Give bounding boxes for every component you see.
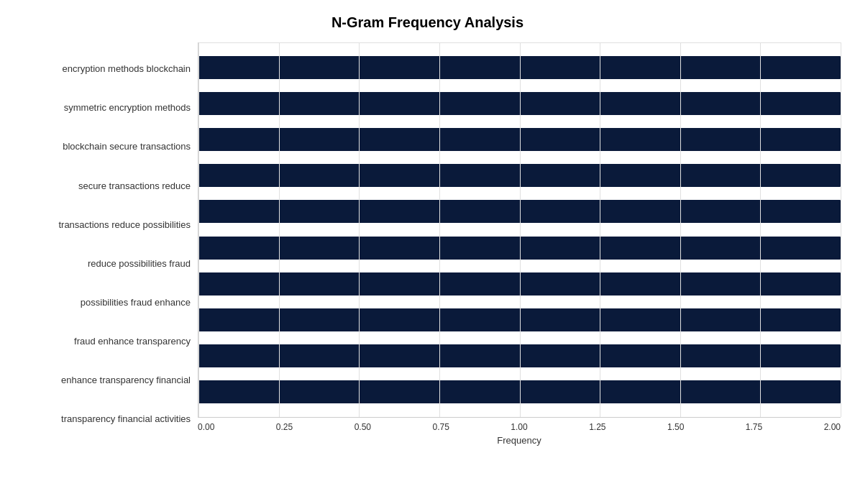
- x-tick-label: 0.50: [355, 422, 371, 432]
- x-tick-label: 1.75: [746, 422, 762, 432]
- grid-line: [680, 42, 681, 417]
- x-tick-label: 1.50: [667, 422, 684, 432]
- grid-and-bars: [198, 42, 841, 418]
- grid-line: [520, 42, 521, 417]
- y-axis-label: symmetric encryption methods: [64, 102, 191, 114]
- x-tick-label: 1.00: [511, 422, 527, 432]
- y-axis-label: enhance transparency financial: [61, 375, 191, 386]
- grid-line: [359, 42, 360, 417]
- bars-section: 0.000.250.500.751.001.251.501.752.00 Fre…: [198, 42, 841, 446]
- chart-area: encryption methods blockchainsymmetric e…: [14, 42, 841, 446]
- y-axis-label: transparency financial activities: [61, 413, 191, 425]
- x-axis-title: Frequency: [198, 435, 841, 446]
- grid-line: [198, 42, 199, 417]
- grid-line: [841, 42, 841, 417]
- y-axis-label: possibilities fraud enhance: [81, 297, 191, 308]
- y-axis-label: fraud enhance transparency: [74, 336, 191, 347]
- grid-line: [439, 42, 440, 417]
- x-axis-area: 0.000.250.500.751.001.251.501.752.00 Fre…: [198, 418, 841, 446]
- x-tick-label: 2.00: [824, 422, 841, 432]
- grid-line: [279, 42, 280, 417]
- y-axis-labels: encryption methods blockchainsymmetric e…: [14, 42, 198, 446]
- y-axis-label: blockchain secure transactions: [63, 141, 191, 152]
- y-axis-label: reduce possibilities fraud: [88, 258, 191, 270]
- y-axis-label: secure transactions reduce: [78, 180, 191, 192]
- chart-container: N-Gram Frequency Analysis encryption met…: [0, 0, 855, 504]
- x-tick-label: 1.25: [589, 422, 605, 432]
- x-tick-label: 0.25: [276, 422, 293, 432]
- x-axis-labels: 0.000.250.500.751.001.251.501.752.00: [198, 418, 841, 432]
- y-axis-label: encryption methods blockchain: [63, 63, 191, 75]
- grid-line: [760, 42, 761, 417]
- x-tick-label: 0.00: [198, 422, 214, 432]
- chart-title: N-Gram Frequency Analysis: [14, 14, 841, 31]
- grid-line: [600, 42, 600, 417]
- x-tick-label: 0.75: [432, 422, 449, 432]
- y-axis-label: transactions reduce possibilities: [58, 219, 191, 231]
